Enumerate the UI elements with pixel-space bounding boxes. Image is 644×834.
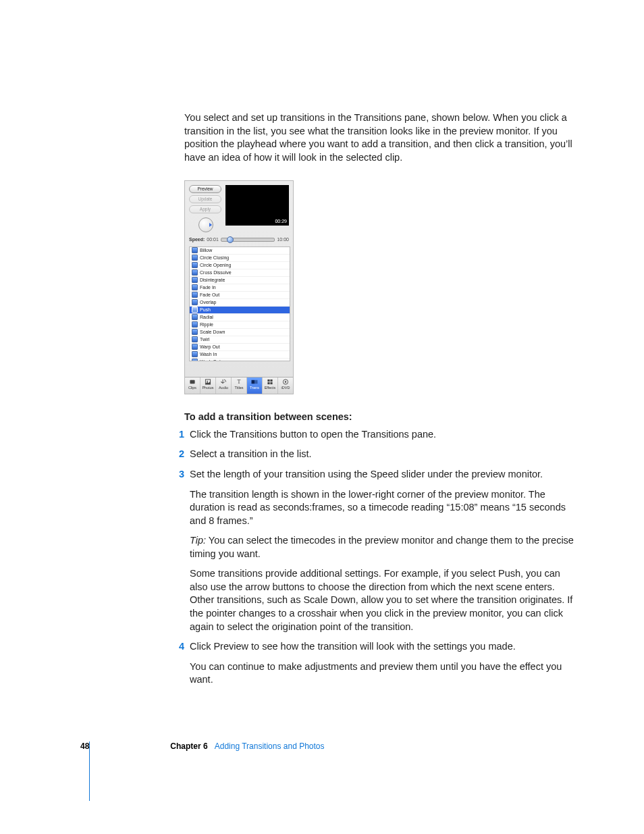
transition-item[interactable]: Fade Out [190, 292, 290, 299]
transition-icon [192, 299, 198, 305]
transition-item[interactable]: Radial [190, 314, 290, 321]
transitions-list[interactable]: BillowCircle ClosingCircle OpeningCross … [189, 246, 290, 361]
svg-rect-5 [254, 380, 258, 384]
transition-icon [192, 292, 198, 298]
chapter-title: Adding Transitions and Photos [215, 741, 325, 751]
transition-item[interactable]: Ripple [190, 321, 290, 329]
step-para: The transition length is shown in the lo… [190, 488, 579, 528]
pane-tab-label: iDVD [281, 386, 290, 390]
pane-tab-trans[interactable]: Trans [247, 377, 263, 394]
svg-rect-0 [190, 380, 194, 384]
transition-name: Circle Opening [200, 262, 231, 268]
transition-name: Twirl [200, 336, 209, 342]
step-number: 4 [172, 640, 190, 687]
tip-body: You can select the timecodes in the prev… [190, 535, 574, 559]
page-footer: 48 Chapter 6 Adding Transitions and Phot… [80, 741, 325, 751]
speed-slider-thumb[interactable] [227, 236, 234, 243]
transition-item[interactable]: Fade In [190, 284, 290, 292]
step-number: 2 [172, 448, 190, 461]
transitions-pane-screenshot: Preview Update Apply 00:29 Speed: 00:01 … [184, 180, 294, 394]
transition-item[interactable]: Overlap [190, 299, 290, 307]
chapter-label: Chapter 6 [170, 741, 207, 751]
preview-monitor[interactable]: 00:29 [225, 185, 289, 226]
transition-name: Fade Out [200, 292, 219, 298]
svg-rect-6 [267, 380, 269, 382]
pane-tab-label: Photos [202, 386, 213, 390]
transition-name: Push [200, 307, 211, 313]
transition-name: Overlap [200, 299, 217, 305]
update-button[interactable]: Update [189, 195, 221, 203]
footer-rule [89, 741, 90, 801]
svg-rect-9 [270, 382, 272, 384]
howto-heading: To add a transition between scenes: [184, 411, 579, 424]
transition-name: Ripple [200, 321, 213, 328]
arrow-east-icon [209, 223, 212, 227]
transition-icon [192, 247, 198, 253]
transition-item[interactable]: Cross Dissolve [190, 269, 290, 277]
pane-tab-clips[interactable]: Clips [185, 377, 200, 394]
transition-name: Disintegrate [200, 277, 225, 283]
transition-item[interactable]: Circle Opening [190, 262, 290, 269]
direction-wheel[interactable] [198, 217, 213, 232]
pane-tab-titles[interactable]: TTitles [232, 377, 247, 394]
transition-icon [192, 269, 198, 276]
apply-button[interactable]: Apply [189, 205, 221, 213]
svg-rect-8 [267, 382, 269, 384]
step-number: 1 [172, 428, 190, 442]
step-tip: Tip: You can select the timecodes in the… [190, 534, 579, 561]
step-text: Click Preview to see how the transition … [190, 640, 579, 654]
transition-name: Wash In [200, 351, 217, 357]
pane-tab-label: Audio [219, 386, 228, 390]
speed-max: 10:00 [277, 236, 289, 242]
pane-tab-audio[interactable]: Audio [216, 377, 232, 394]
svg-point-11 [285, 382, 286, 383]
speed-slider[interactable] [221, 238, 275, 242]
speed-label: Speed: [189, 236, 205, 242]
transition-name: Cross Dissolve [200, 269, 232, 276]
preview-button[interactable]: Preview [189, 185, 221, 193]
transition-item[interactable]: Billow [190, 247, 290, 255]
transition-item[interactable]: Twirl [190, 336, 290, 344]
transition-icon [192, 344, 198, 350]
tip-label: Tip: [190, 535, 206, 546]
transition-icon [192, 284, 198, 290]
pane-tab-photos[interactable]: Photos [200, 377, 216, 394]
transition-name: Circle Closing [200, 255, 229, 261]
step-number: 3 [172, 468, 190, 633]
transition-item[interactable]: Disintegrate [190, 277, 290, 284]
step-text: Set the length of your transition using … [190, 468, 579, 481]
transition-item[interactable]: Push [190, 307, 290, 314]
transition-icon [192, 255, 198, 261]
intro-paragraph: You select and set up transitions in the… [184, 111, 579, 164]
transition-icon [192, 329, 198, 335]
transition-icon [192, 336, 198, 342]
transition-name: Fade In [200, 284, 216, 290]
transition-icon [192, 314, 198, 320]
step-text: Select a transition in the list. [190, 448, 312, 461]
transition-name: Radial [200, 314, 213, 320]
svg-text:T: T [238, 379, 241, 385]
transition-item[interactable]: Scale Down [190, 329, 290, 336]
pane-tab-label: Effects [265, 386, 276, 390]
transition-icon [192, 321, 198, 328]
transition-item[interactable]: Warp Out [190, 344, 290, 351]
transition-name: Billow [200, 247, 212, 253]
step-2: 2 Select a transition in the list. [184, 448, 579, 461]
transition-item[interactable]: Wash Out [190, 359, 290, 361]
svg-point-2 [207, 381, 208, 382]
pane-tab-effects[interactable]: Effects [263, 377, 278, 394]
step-text: Click the Transitions button to open the… [190, 428, 436, 442]
step-4: 4 Click Preview to see how the transitio… [184, 640, 579, 687]
preview-timecode[interactable]: 00:29 [275, 218, 287, 224]
transition-name: Warp Out [200, 344, 220, 350]
step-para: Some transitions provide additional sett… [190, 567, 579, 633]
pane-tab-idvd[interactable]: iDVD [278, 377, 293, 394]
step-para: You can continue to make adjustments and… [190, 660, 579, 687]
pane-tab-label: Trans [250, 386, 259, 390]
transition-name: Wash Out [200, 359, 221, 361]
speed-min: 00:01 [207, 236, 219, 242]
page-number: 48 [80, 741, 89, 751]
transition-item[interactable]: Wash In [190, 351, 290, 359]
transition-item[interactable]: Circle Closing [190, 255, 290, 262]
transition-icon [192, 359, 198, 361]
